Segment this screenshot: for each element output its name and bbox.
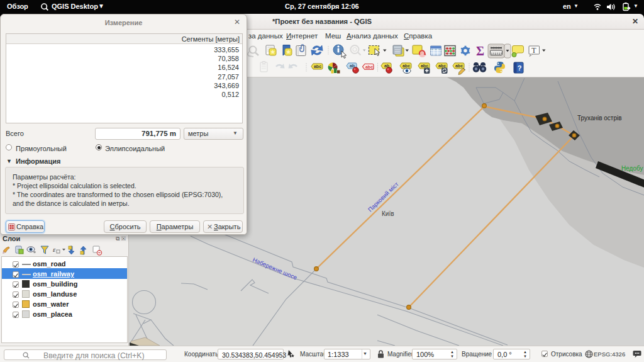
svg-text:Σ: Σ xyxy=(476,44,484,58)
svg-text:Київ: Київ xyxy=(382,210,394,217)
svg-text:ε: ε xyxy=(53,246,56,253)
svg-text:abc: abc xyxy=(365,65,373,69)
svg-text:Недобу: Недобу xyxy=(621,165,643,172)
svg-text:Труханів острів: Труханів острів xyxy=(577,115,622,122)
svg-text:T: T xyxy=(531,46,536,55)
svg-text:?: ? xyxy=(518,64,522,72)
